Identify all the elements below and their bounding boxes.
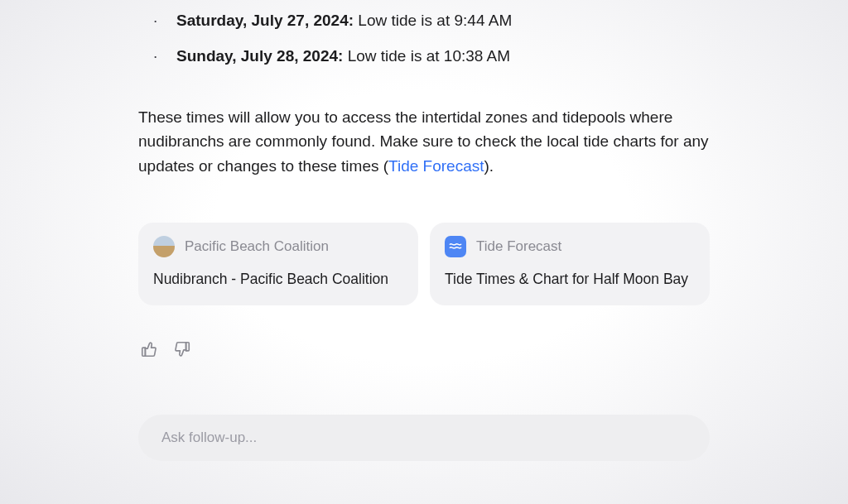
tide-date: Sunday, July 28, 2024: [176, 47, 343, 65]
followup-input[interactable] [138, 415, 710, 461]
card-header: Tide Forecast [445, 236, 695, 257]
followup-row [138, 415, 710, 461]
tide-forecast-link[interactable]: Tide Forecast [388, 157, 484, 175]
tide-time: Low tide is at 10:38 AM [343, 47, 510, 65]
card-source-name: Tide Forecast [476, 236, 561, 257]
source-card-tide-forecast[interactable]: Tide Forecast Tide Times & Chart for Hal… [430, 223, 710, 305]
feedback-row [138, 338, 710, 360]
beach-icon [153, 236, 175, 257]
card-header: Pacific Beach Coalition [153, 236, 403, 257]
wave-icon [445, 236, 466, 257]
list-item: Saturday, July 27, 2024: Low tide is at … [161, 8, 710, 32]
summary-paragraph: These times will allow you to access the… [138, 105, 710, 178]
source-card-pacific-beach[interactable]: Pacific Beach Coalition Nudibranch - Pac… [138, 223, 418, 305]
source-cards: Pacific Beach Coalition Nudibranch - Pac… [138, 223, 710, 305]
list-item: Sunday, July 28, 2024: Low tide is at 10… [161, 44, 710, 68]
thumbs-up-button[interactable] [138, 338, 160, 360]
tide-time: Low tide is at 9:44 AM [354, 12, 512, 29]
chat-message-content: Saturday, July 27, 2024: Low tide is at … [138, 0, 710, 461]
thumbs-up-icon [140, 340, 158, 358]
card-source-name: Pacific Beach Coalition [185, 236, 329, 257]
tide-date: Saturday, July 27, 2024: [176, 12, 354, 29]
thumbs-down-icon [173, 340, 191, 358]
card-title: Nudibranch - Pacific Beach Coalition [153, 268, 403, 290]
thumbs-down-button[interactable] [171, 338, 193, 360]
paragraph-text: ). [484, 157, 494, 175]
card-title: Tide Times & Chart for Half Moon Bay [445, 268, 695, 290]
tide-list: Saturday, July 27, 2024: Low tide is at … [138, 8, 710, 69]
